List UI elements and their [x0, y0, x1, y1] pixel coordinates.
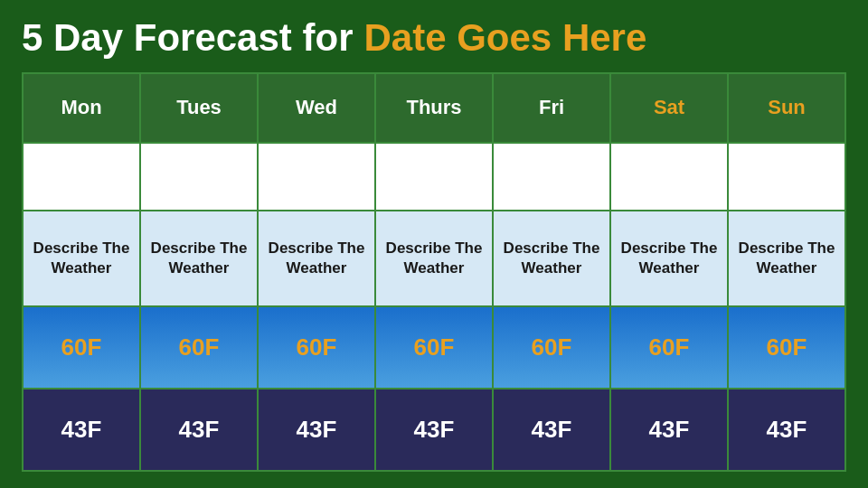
desc-cell-4: Describe The Weather [493, 211, 610, 306]
high-temp-cell-1: 60F [140, 306, 258, 389]
icon-cell-5 [610, 143, 728, 211]
desc-cell-2: Describe The Weather [258, 211, 375, 306]
day-header-tues: Tues [140, 73, 258, 143]
icon-cell-3 [375, 143, 493, 211]
page-title-row: 5 Day Forecast for Date Goes Here [22, 16, 846, 60]
desc-cell-3: Describe The Weather [375, 211, 493, 306]
high-temp-cell-4: 60F [493, 306, 610, 389]
desc-cell-1: Describe The Weather [140, 211, 258, 306]
day-header-mon: Mon [23, 73, 140, 143]
day-header-fri: Fri [493, 73, 610, 143]
high-temp-cell-6: 60F [728, 306, 845, 389]
low-temp-cell-4: 43F [493, 389, 610, 471]
high-temp-row: 60F60F60F60F60F60F60F [23, 306, 845, 389]
low-temp-cell-2: 43F [258, 389, 375, 471]
high-temp-cell-5: 60F [610, 306, 728, 389]
description-row: Describe The WeatherDescribe The Weather… [23, 211, 845, 306]
high-temp-cell-0: 60F [23, 306, 140, 389]
low-temp-cell-5: 43F [610, 389, 728, 471]
icon-cell-2 [258, 143, 375, 211]
low-temp-row: 43F43F43F43F43F43F43F [23, 389, 845, 471]
day-header-thurs: Thurs [375, 73, 493, 143]
low-temp-cell-1: 43F [140, 389, 258, 471]
day-header-sun: Sun [728, 73, 845, 143]
icon-cell-0 [23, 143, 140, 211]
icon-cell-1 [140, 143, 258, 211]
icon-cell-4 [493, 143, 610, 211]
desc-cell-0: Describe The Weather [23, 211, 140, 306]
desc-cell-6: Describe The Weather [728, 211, 845, 306]
title-date: Date Goes Here [363, 16, 646, 60]
icons-row [23, 143, 845, 211]
days-header-row: MonTuesWedThursFriSatSun [23, 73, 845, 143]
day-header-sat: Sat [610, 73, 728, 143]
high-temp-cell-2: 60F [258, 306, 375, 389]
forecast-table: MonTuesWedThursFriSatSun Describe The We… [22, 72, 846, 472]
low-temp-cell-6: 43F [728, 389, 845, 471]
low-temp-cell-0: 43F [23, 389, 140, 471]
low-temp-cell-3: 43F [375, 389, 493, 471]
title-prefix: 5 Day Forecast for [22, 16, 353, 60]
desc-cell-5: Describe The Weather [610, 211, 728, 306]
high-temp-cell-3: 60F [375, 306, 493, 389]
icon-cell-6 [728, 143, 845, 211]
day-header-wed: Wed [258, 73, 375, 143]
